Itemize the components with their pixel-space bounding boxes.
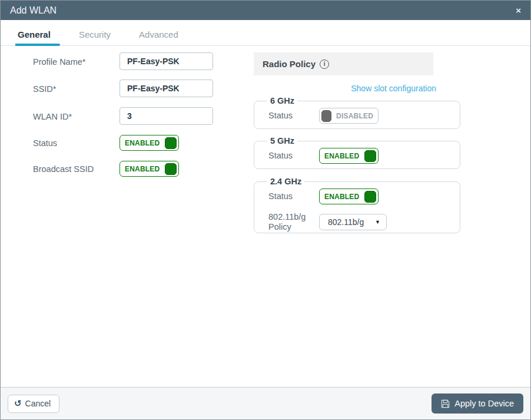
radio-policy-header: Radio Policy i	[254, 52, 433, 75]
band-5ghz-status-row: Status ENABLED	[268, 148, 453, 164]
cancel-button[interactable]: ↺ Cancel	[8, 395, 59, 413]
dialog-footer: ↺ Cancel Apply to Device	[1, 387, 530, 419]
tab-bar: General Security Advanced	[1, 20, 530, 46]
wlan-id-label: WLAN ID*	[33, 107, 120, 122]
broadcast-ssid-toggle-knob	[165, 163, 177, 175]
band-24ghz-legend: 2.4 GHz	[267, 177, 304, 186]
radio-policy-title: Radio Policy	[263, 59, 316, 69]
band-24ghz-policy-dropdown[interactable]: 802.11b/g ▼	[319, 214, 387, 230]
band-24ghz-policy-label: 802.11b/g Policy	[268, 212, 319, 232]
ssid-row: SSID*	[33, 80, 213, 97]
tab-advanced[interactable]: Advanced	[138, 29, 180, 45]
tab-general[interactable]: General	[16, 29, 52, 45]
band-24ghz-section: 2.4 GHz Status ENABLED 802.11b/g Policy …	[254, 177, 460, 233]
band-6ghz-section: 6 GHz Status DISABLED	[254, 96, 460, 129]
band-5ghz-section: 5 GHz Status ENABLED	[254, 136, 460, 169]
band-6ghz-status-row: Status DISABLED	[268, 108, 453, 124]
band-5ghz-status-toggle[interactable]: ENABLED	[319, 148, 379, 164]
band-6ghz-toggle-label: DISABLED	[336, 112, 373, 120]
status-toggle-label: ENABLED	[125, 139, 165, 147]
undo-icon: ↺	[14, 398, 22, 409]
profile-name-row: Profile Name*	[33, 52, 213, 70]
show-slot-configuration-link[interactable]: Show slot configuration	[254, 84, 436, 93]
band-24ghz-status-label: Status	[268, 191, 319, 201]
status-toggle-knob	[165, 137, 177, 149]
band-5ghz-toggle-knob	[364, 150, 376, 162]
band-24ghz-policy-value: 802.11b/g	[328, 217, 364, 227]
band-24ghz-toggle-label: ENABLED	[324, 193, 364, 201]
band-24ghz-status-toggle[interactable]: ENABLED	[319, 188, 379, 204]
band-6ghz-legend: 6 GHz	[267, 96, 297, 105]
dialog-titlebar: Add WLAN ×	[1, 1, 530, 20]
info-icon[interactable]: i	[320, 59, 329, 69]
add-wlan-dialog: { "colors": { "titlebar_bg": "#4e6575", …	[0, 0, 531, 420]
status-label: Status	[33, 135, 120, 148]
dialog-title: Add WLAN	[10, 5, 57, 16]
status-row: Status ENABLED	[33, 135, 179, 151]
profile-name-label: Profile Name*	[33, 52, 120, 67]
cancel-button-label: Cancel	[25, 399, 51, 408]
status-toggle[interactable]: ENABLED	[120, 135, 179, 151]
apply-button-label: Apply to Device	[454, 399, 514, 408]
apply-to-device-button[interactable]: Apply to Device	[432, 393, 523, 414]
close-icon[interactable]: ×	[516, 6, 521, 15]
tab-advanced-label: Advanced	[139, 29, 178, 39]
band-6ghz-status-toggle[interactable]: DISABLED	[319, 108, 379, 124]
broadcast-ssid-label: Broadcast SSID	[33, 161, 120, 174]
wlan-id-row: WLAN ID*	[33, 107, 213, 125]
band-5ghz-toggle-label: ENABLED	[324, 152, 364, 160]
wlan-id-field[interactable]	[120, 107, 213, 125]
profile-name-field[interactable]	[120, 52, 213, 70]
band-24ghz-policy-row: 802.11b/g Policy 802.11b/g ▼	[268, 212, 453, 232]
ssid-label: SSID*	[33, 80, 120, 94]
tab-security[interactable]: Security	[78, 29, 112, 45]
band-5ghz-status-label: Status	[268, 151, 319, 161]
band-5ghz-legend: 5 GHz	[267, 136, 297, 145]
broadcast-ssid-toggle[interactable]: ENABLED	[120, 161, 179, 177]
band-6ghz-toggle-knob	[321, 110, 331, 122]
broadcast-ssid-toggle-label: ENABLED	[125, 165, 165, 173]
chevron-down-icon: ▼	[375, 219, 380, 225]
save-icon	[441, 399, 450, 408]
band-24ghz-toggle-knob	[364, 191, 376, 203]
tab-security-label: Security	[79, 29, 111, 39]
band-24ghz-status-row: Status ENABLED	[268, 188, 453, 204]
ssid-field[interactable]	[120, 80, 213, 97]
broadcast-ssid-row: Broadcast SSID ENABLED	[33, 161, 179, 177]
tab-general-label: General	[18, 29, 51, 39]
band-6ghz-status-label: Status	[268, 111, 319, 121]
